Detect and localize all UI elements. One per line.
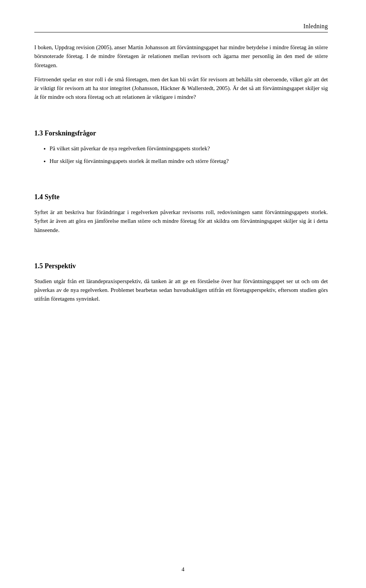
section-heading-14: 1.4 Syfte (34, 193, 328, 201)
paragraph-1: I boken, Uppdrag revision (2005), anser … (34, 43, 328, 70)
page: Inledning I boken, Uppdrag revision (200… (0, 0, 366, 588)
paragraph-2: Förtroendet spelar en stor roll i de små… (34, 75, 328, 102)
research-questions-list: På vilket sätt påverkar de nya regelverk… (50, 144, 328, 166)
spacer-3 (34, 240, 328, 248)
header-title: Inledning (303, 23, 328, 30)
spacer-1 (34, 107, 328, 115)
page-number: 4 (0, 566, 366, 573)
header: Inledning (34, 23, 328, 32)
list-item-1: På vilket sätt påverkar de nya regelverk… (50, 144, 328, 153)
section-heading-15: 1.5 Perspektiv (34, 262, 328, 270)
section-14-paragraph: Syftet är att beskriva hur förändringar … (34, 208, 328, 235)
section-15-paragraph: Studien utgår från ett lärandepraxispers… (34, 277, 328, 304)
spacer-2 (34, 171, 328, 179)
section-heading-13: 1.3 Forskningsfrågor (34, 129, 328, 137)
list-item-2: Hur skiljer sig förväntningsgapets storl… (50, 157, 328, 166)
